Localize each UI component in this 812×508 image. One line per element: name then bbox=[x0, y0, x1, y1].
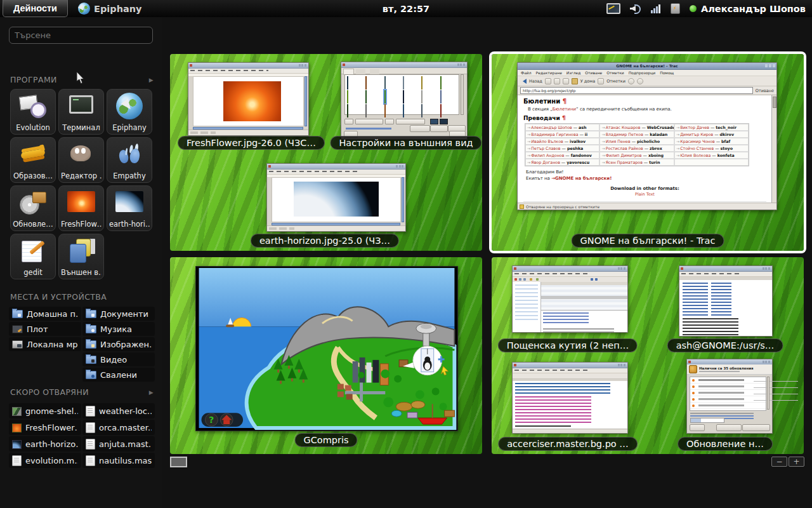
app-tile[interactable]: Терминал bbox=[58, 89, 104, 135]
wallpaper-thumb[interactable] bbox=[403, 90, 404, 104]
wallpaper-thumb[interactable] bbox=[421, 104, 422, 117]
translator-name-link[interactable]: Димитър Киров bbox=[676, 132, 713, 137]
recent-item[interactable]: weather-loc… bbox=[82, 403, 155, 418]
power-icon[interactable] bbox=[671, 3, 680, 14]
app-tile[interactable]: earth-hori… bbox=[107, 185, 152, 231]
display-icon[interactable] bbox=[606, 3, 620, 14]
translator-name-link[interactable]: Владимира Гиргинова bbox=[527, 132, 579, 137]
recent-item[interactable]: anjuta.mast… bbox=[82, 436, 155, 451]
translator-name-link[interactable]: Петър Славов bbox=[527, 146, 561, 150]
stop-icon[interactable] bbox=[554, 78, 560, 84]
app-tile[interactable]: Epiphany bbox=[107, 89, 152, 135]
menu-item[interactable]: Редактиране bbox=[536, 70, 562, 75]
window-gimp-earth-horizon[interactable] bbox=[266, 163, 406, 232]
translator-name-link[interactable]: Ивайло Вълков bbox=[527, 139, 563, 144]
url-input[interactable]: http://fsa-bg.org/project/gtp bbox=[520, 87, 753, 94]
user-menu[interactable]: Александър Шопов bbox=[690, 4, 806, 14]
window-software-updates[interactable]: Налични са 35 обновления bbox=[686, 359, 773, 434]
app-tile[interactable]: Evolution bbox=[10, 89, 56, 135]
recent-item[interactable]: orca.master.… bbox=[82, 420, 155, 435]
restore-button[interactable] bbox=[410, 125, 430, 132]
place-item[interactable]: Свалени bbox=[82, 368, 155, 382]
wallpaper-thumb[interactable] bbox=[440, 104, 442, 117]
zoom-out-icon[interactable] bbox=[637, 78, 643, 84]
recent-item[interactable]: evolution.m… bbox=[9, 453, 81, 468]
translator-name-link[interactable]: Виктор Дачев bbox=[676, 125, 709, 130]
workspace-4[interactable]: Пощенска кутия (2 неп… ash@GNOME:/usr/s…… bbox=[492, 257, 804, 454]
place-item[interactable]: Изображен… bbox=[82, 337, 155, 351]
menu-item[interactable]: Изглед bbox=[566, 70, 581, 75]
clock[interactable]: вт, 22:57 bbox=[383, 4, 429, 14]
app-tile[interactable]: FreshFlow… bbox=[58, 185, 104, 231]
app-tile[interactable]: Empathy bbox=[107, 137, 152, 183]
workspace-indicator[interactable] bbox=[170, 457, 187, 467]
menu-item[interactable]: Отиване bbox=[585, 70, 602, 75]
app-tile[interactable]: Външен в… bbox=[58, 234, 104, 279]
bookmarks-icon[interactable] bbox=[598, 78, 604, 84]
menu-item[interactable]: Отметки bbox=[606, 70, 624, 75]
app-tile[interactable]: Обновле… bbox=[10, 185, 56, 231]
wallpaper-thumb[interactable] bbox=[384, 104, 386, 117]
remove-workspace-button[interactable]: − bbox=[771, 457, 787, 467]
red-boat[interactable] bbox=[418, 418, 447, 424]
bookmarks-button-label[interactable]: Отметки bbox=[606, 79, 625, 84]
window-evolution-inbox[interactable] bbox=[512, 265, 628, 333]
translator-name-link[interactable]: Явор Доганов bbox=[527, 160, 560, 164]
translator-name-link[interactable]: Владимир Петков bbox=[601, 132, 643, 137]
reload-icon[interactable] bbox=[563, 78, 569, 84]
wallpaper-thumb[interactable] bbox=[421, 76, 422, 90]
window-gimp-freshflower[interactable] bbox=[188, 62, 309, 136]
window-appearance-preferences[interactable] bbox=[341, 62, 468, 140]
wallpaper-thumb[interactable] bbox=[440, 76, 442, 90]
wallpaper-thumb[interactable] bbox=[347, 90, 348, 104]
scrollbar[interactable] bbox=[771, 95, 776, 203]
wallpaper-thumb[interactable] bbox=[347, 76, 348, 90]
remove-button[interactable] bbox=[430, 125, 448, 132]
menu-item[interactable]: Помощ bbox=[660, 70, 674, 75]
programs-expand-icon[interactable]: ▶ bbox=[149, 77, 154, 83]
forward-icon[interactable] bbox=[545, 78, 551, 84]
network-signal-icon[interactable] bbox=[651, 4, 661, 13]
wallpaper-thumb[interactable] bbox=[421, 90, 422, 104]
place-item[interactable]: Музика bbox=[82, 322, 155, 336]
go-button[interactable]: Отиване bbox=[756, 88, 774, 93]
translator-name-link[interactable]: Атанас Кошаров bbox=[601, 125, 640, 130]
activities-button[interactable]: Дейности bbox=[3, 0, 68, 17]
unselect-all-button[interactable] bbox=[716, 424, 742, 431]
install-updates-button[interactable] bbox=[742, 424, 770, 431]
wallpaper-thumb[interactable] bbox=[365, 76, 367, 90]
home-icon[interactable] bbox=[572, 78, 578, 84]
window-po-editor[interactable] bbox=[512, 362, 628, 434]
translator-name-link[interactable]: Илия Пенев bbox=[601, 139, 630, 144]
pond[interactable] bbox=[396, 402, 412, 411]
window-terminal[interactable] bbox=[679, 265, 773, 337]
place-item[interactable]: Документи bbox=[82, 307, 155, 321]
help-button[interactable] bbox=[690, 424, 705, 431]
app-tile[interactable]: Образов… bbox=[10, 137, 56, 183]
updates-list[interactable] bbox=[690, 377, 766, 411]
menu-item[interactable]: Подпрозорци bbox=[629, 70, 655, 75]
workspace-3[interactable]: ? GCompris bbox=[170, 257, 482, 454]
gnome-bg-link[interactable]: →GNOME на български! bbox=[551, 176, 612, 181]
home-button[interactable] bbox=[220, 413, 233, 426]
place-item[interactable]: Домашна п… bbox=[9, 307, 81, 321]
plain-text-link[interactable]: Plain Text bbox=[523, 192, 766, 197]
get-more-link[interactable] bbox=[346, 128, 391, 130]
window-gcompris[interactable]: ? bbox=[195, 266, 458, 431]
wallpaper-thumb[interactable] bbox=[403, 104, 404, 117]
translator-name-link[interactable]: Красимир Чонов bbox=[676, 139, 715, 144]
back-button-label[interactable]: Назад bbox=[529, 79, 542, 84]
recent-expand-icon[interactable]: ▶ bbox=[149, 389, 154, 396]
translator-name-link[interactable]: Юлия Волкова bbox=[676, 153, 710, 157]
place-item[interactable]: Плот bbox=[9, 322, 81, 336]
recent-item[interactable]: earth-horizo… bbox=[9, 436, 81, 451]
wallpaper-thumb[interactable] bbox=[403, 76, 404, 90]
zoom-in-icon[interactable] bbox=[628, 78, 634, 84]
translator-name-link[interactable]: Стойчо Станчев bbox=[676, 146, 714, 150]
recent-item[interactable]: nautilus.mas… bbox=[82, 453, 155, 468]
search-input[interactable] bbox=[9, 27, 153, 44]
recent-item[interactable]: gnome-shel… bbox=[9, 403, 81, 418]
home-button-label[interactable]: У дома bbox=[580, 79, 595, 84]
place-item[interactable]: Видео bbox=[82, 352, 155, 366]
app-tile[interactable]: gedit bbox=[10, 234, 56, 279]
